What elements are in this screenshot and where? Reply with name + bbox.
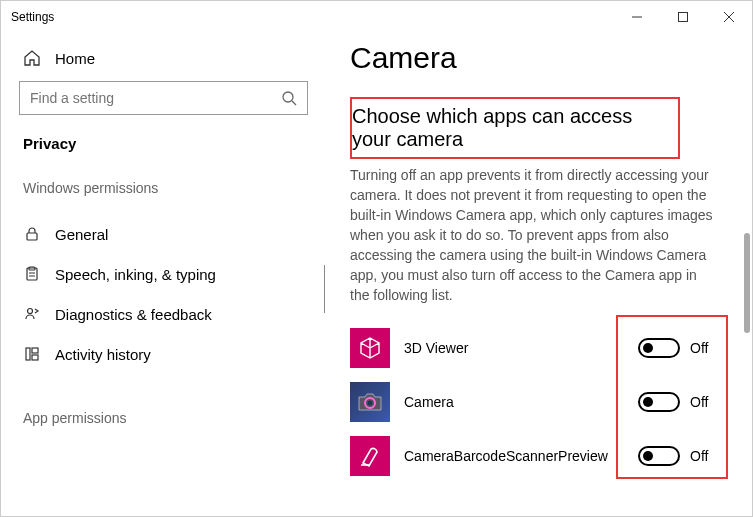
titlebar: Settings [1, 1, 752, 33]
toggle-switch[interactable] [638, 446, 680, 466]
app-label: 3D Viewer [404, 340, 624, 356]
search-box[interactable] [19, 81, 308, 115]
clipboard-icon [23, 265, 41, 283]
lock-icon [23, 225, 41, 243]
toggle-state: Off [690, 448, 720, 464]
svg-rect-12 [26, 348, 30, 360]
close-button[interactable] [706, 1, 752, 33]
sidebar-item-activity[interactable]: Activity history [19, 334, 308, 374]
app-label: Camera [404, 394, 624, 410]
subtitle-highlight: Choose which apps can access your camera [350, 97, 680, 159]
section-windows-permissions: Windows permissions [19, 180, 308, 214]
main-panel: Camera Choose which apps can access your… [326, 33, 752, 516]
svg-rect-1 [679, 13, 688, 22]
search-input[interactable] [30, 90, 281, 106]
minimize-button[interactable] [614, 1, 660, 33]
3d-viewer-icon [350, 328, 390, 368]
toggle-group: Off [638, 446, 720, 466]
window-controls [614, 1, 752, 33]
maximize-button[interactable] [660, 1, 706, 33]
toggle-group: Off [638, 392, 720, 412]
window-title: Settings [11, 10, 614, 24]
page-title: Camera [350, 41, 720, 75]
sidebar: Home Privacy Windows permissions General [1, 33, 326, 516]
scrollbar-thumb[interactable] [744, 233, 750, 333]
sidebar-item-speech[interactable]: Speech, inking, & typing [19, 254, 308, 294]
toggle-switch[interactable] [638, 392, 680, 412]
section-app-permissions: App permissions [19, 374, 308, 426]
search-icon [281, 90, 297, 106]
camera-icon [350, 382, 390, 422]
app-row-barcode: CameraBarcodeScannerPreview Off [350, 429, 720, 483]
sidebar-item-general[interactable]: General [19, 214, 308, 254]
svg-point-11 [28, 309, 33, 314]
sidebar-item-label: Activity history [55, 346, 151, 363]
feedback-icon [23, 305, 41, 323]
toggle-state: Off [690, 340, 720, 356]
content-area: Home Privacy Windows permissions General [1, 33, 752, 516]
app-row-camera: Camera Off [350, 375, 720, 429]
description-text: Turning off an app prevents it from dire… [350, 165, 720, 305]
toggle-state: Off [690, 394, 720, 410]
svg-rect-13 [32, 348, 38, 353]
app-row-3d-viewer: 3D Viewer Off [350, 321, 720, 375]
svg-line-5 [292, 101, 296, 105]
app-label: CameraBarcodeScannerPreview [404, 448, 624, 464]
svg-point-4 [283, 92, 293, 102]
home-label: Home [55, 50, 95, 67]
sidebar-item-diagnostics[interactable]: Diagnostics & feedback [19, 294, 308, 334]
page-subtitle: Choose which apps can access your camera [352, 105, 668, 151]
barcode-scanner-icon [350, 436, 390, 476]
history-icon [23, 345, 41, 363]
sidebar-item-label: Diagnostics & feedback [55, 306, 212, 323]
svg-rect-14 [32, 355, 38, 360]
category-label: Privacy [19, 131, 308, 180]
sidebar-item-label: General [55, 226, 108, 243]
toggle-switch[interactable] [638, 338, 680, 358]
settings-window: Settings Home [0, 0, 753, 517]
sidebar-scroll-indicator [324, 265, 325, 313]
sidebar-item-label: Speech, inking, & typing [55, 266, 216, 283]
app-list: 3D Viewer Off Camera Off [350, 321, 720, 483]
home-icon [23, 49, 41, 67]
toggle-group: Off [638, 338, 720, 358]
svg-point-16 [368, 401, 373, 406]
svg-rect-6 [27, 233, 37, 240]
home-nav[interactable]: Home [19, 41, 308, 81]
